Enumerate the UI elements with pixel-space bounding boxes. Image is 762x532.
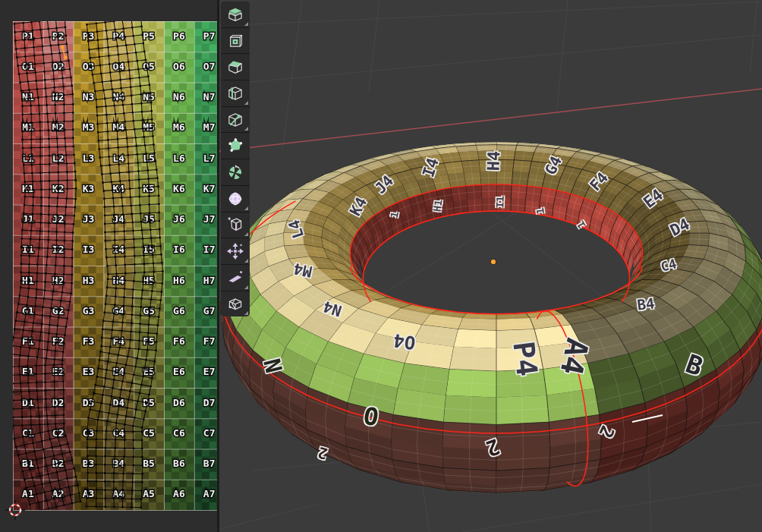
tool-options-indicator (244, 101, 248, 105)
tool-options-indicator (244, 259, 248, 263)
edit-mode-toolbar (221, 2, 250, 316)
tool-options-indicator (244, 285, 248, 289)
tool-shear-button[interactable] (221, 265, 250, 291)
tool-rip-region-button[interactable] (221, 291, 250, 317)
tool-shrink-fatten-button[interactable] (221, 238, 250, 264)
tool-options-indicator (244, 232, 248, 236)
tool-smooth-button[interactable] (221, 186, 250, 212)
tool-extrude-region-button[interactable] (221, 2, 250, 27)
poly-build-icon (225, 136, 245, 156)
shear-icon (225, 268, 245, 288)
tool-options-indicator (244, 127, 248, 131)
tool-options-indicator (244, 311, 248, 315)
blender-window: K4J4I4H4G4F4E4D4C4B4BA4P4222OO4N4M4L4N1H… (0, 0, 762, 532)
loop-cut-icon (225, 83, 245, 103)
rip-region-icon (225, 294, 245, 313)
tool-knife-button[interactable] (221, 107, 250, 133)
knife-icon (225, 110, 245, 130)
inset-faces-icon (225, 31, 245, 51)
tool-edge-slide-button[interactable] (221, 212, 250, 238)
tool-options-indicator (244, 22, 248, 26)
tool-options-indicator (244, 206, 248, 210)
extrude-region-icon (225, 5, 245, 24)
shrink-fatten-icon (225, 241, 245, 261)
spin-icon (225, 162, 245, 182)
smooth-icon (225, 189, 245, 209)
uv-image-editor[interactable] (0, 0, 217, 532)
tool-spin-button[interactable] (221, 159, 250, 185)
tool-inset-faces-button[interactable] (221, 28, 250, 54)
tool-poly-build-button[interactable] (221, 133, 250, 159)
viewport-3d[interactable] (219, 0, 762, 532)
tool-bevel-button[interactable] (221, 54, 250, 80)
edge-slide-icon (225, 215, 245, 235)
tool-loop-cut-button[interactable] (221, 80, 250, 106)
bevel-icon (225, 57, 245, 77)
